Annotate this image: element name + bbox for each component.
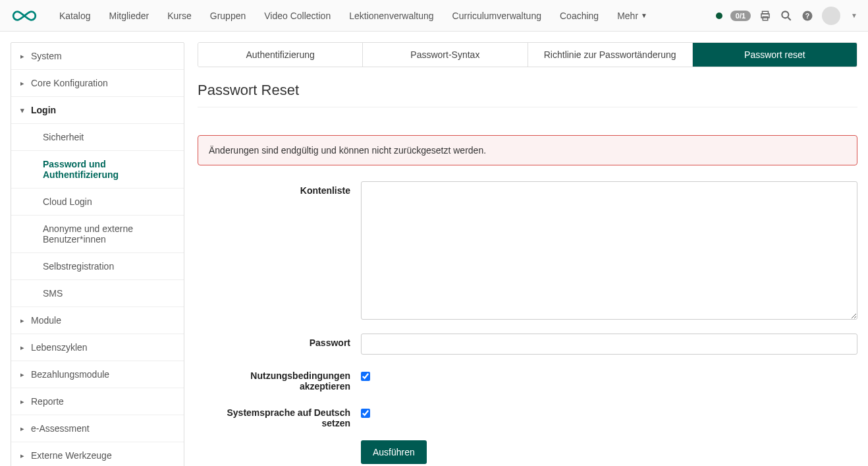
sidebar-item-label: System — [31, 51, 62, 61]
sidebar-item-externe-werkzeuge[interactable]: ▸Externe Werkzeuge — [11, 442, 184, 466]
accounts-textarea[interactable] — [361, 181, 857, 320]
password-input[interactable] — [361, 334, 857, 355]
sidebar-item-e-assessment[interactable]: ▸e-Assessment — [11, 415, 184, 442]
sidebar-item-label: Externe Werkzeuge — [31, 450, 112, 461]
form-control — [361, 403, 857, 420]
help-icon[interactable]: ? — [801, 9, 814, 22]
sidebar: ▸System ▸Core Konfiguration ▾Login Siche… — [11, 42, 184, 466]
label-lang: Systemsprache auf Deutsch setzen — [198, 403, 361, 428]
sidebar-item-label: Login — [31, 105, 56, 115]
sidebar-item-label: Password und Authentifizierung — [43, 159, 175, 180]
form-row-accounts: Kontenliste — [198, 181, 857, 322]
label-empty — [198, 440, 361, 444]
sidebar-item-lebenszyklen[interactable]: ▸Lebenszyklen — [11, 334, 184, 361]
nav-item-label: Mehr — [617, 11, 638, 21]
sidebar-item-reporte[interactable]: ▸Reporte — [11, 388, 184, 415]
terms-checkbox[interactable] — [361, 372, 370, 381]
tab-passwort-syntax[interactable]: Passwort-Syntax — [363, 43, 528, 67]
svg-text:?: ? — [805, 11, 809, 19]
sidebar-item-label: Core Konfiguration — [31, 78, 108, 88]
sidebar-item-label: Lebenszyklen — [31, 342, 88, 353]
sidebar-item-selbstregistration[interactable]: Selbstregistration — [11, 253, 184, 280]
form-control — [361, 334, 857, 355]
sidebar-item-cloud-login[interactable]: Cloud Login — [11, 189, 184, 216]
label-terms: Nutzungsbedingungen akzeptieren — [198, 366, 361, 392]
label-accounts: Kontenliste — [198, 181, 361, 196]
sidebar-item-sicherheit[interactable]: Sicherheit — [11, 124, 184, 151]
caret-right-icon: ▸ — [20, 79, 27, 88]
status-dot-icon[interactable] — [716, 13, 722, 19]
form-row-lang: Systemsprache auf Deutsch setzen — [198, 403, 857, 428]
form-control — [361, 366, 857, 383]
sidebar-item-core-konfiguration[interactable]: ▸Core Konfiguration — [11, 70, 184, 97]
nav-item-mitglieder[interactable]: Mitglieder — [99, 0, 158, 32]
main: Authentifizierung Passwort-Syntax Richtl… — [198, 42, 857, 466]
nav-item-coaching[interactable]: Coaching — [551, 0, 608, 32]
tab-authentifizierung[interactable]: Authentifizierung — [198, 43, 363, 67]
sidebar-item-sms[interactable]: SMS — [11, 280, 184, 307]
form-row-terms: Nutzungsbedingungen akzeptieren — [198, 366, 857, 392]
tab-richtlinie[interactable]: Richtlinie zur Passwortänderung — [528, 43, 693, 67]
sidebar-item-anonyme-externe[interactable]: Anonyme und externe Benutzer*innen — [11, 216, 184, 253]
caret-right-icon: ▸ — [20, 370, 27, 379]
form-control — [361, 181, 857, 322]
nav-item-lektionenverwaltung[interactable]: Lektionenverwaltung — [340, 0, 443, 32]
caret-right-icon: ▸ — [20, 424, 27, 433]
caret-right-icon: ▸ — [20, 343, 27, 352]
submit-button[interactable]: Ausführen — [361, 440, 427, 464]
chevron-down-icon: ▼ — [641, 12, 647, 19]
nav-item-katalog[interactable]: Katalog — [50, 0, 99, 32]
sidebar-item-label: Module — [31, 315, 61, 326]
sidebar-item-system[interactable]: ▸System — [11, 43, 184, 70]
sidebar-item-label: SMS — [43, 288, 63, 299]
svg-point-3 — [782, 11, 788, 18]
sidebar-item-label: Reporte — [31, 396, 64, 407]
logo-infinity-icon[interactable] — [11, 8, 38, 24]
sidebar-item-bezahlungsmodule[interactable]: ▸Bezahlungsmodule — [11, 361, 184, 388]
sidebar-item-label: Bezahlungsmodule — [31, 369, 109, 380]
nav-item-curriculumverwaltung[interactable]: Curriculumverwaltung — [443, 0, 551, 32]
nav-items: Katalog Mitglieder Kurse Gruppen Video C… — [50, 0, 716, 32]
form-row-submit: Ausführen — [198, 440, 857, 464]
caret-right-icon: ▸ — [20, 451, 27, 460]
svg-line-4 — [788, 17, 791, 20]
container: ▸System ▸Core Konfiguration ▾Login Siche… — [0, 32, 868, 466]
nav-item-mehr[interactable]: Mehr ▼ — [608, 0, 657, 32]
sidebar-item-label: Selbstregistration — [43, 261, 114, 272]
tab-passwort-reset[interactable]: Passwort reset — [693, 43, 857, 67]
caret-right-icon: ▸ — [20, 316, 27, 325]
caret-right-icon: ▸ — [20, 52, 27, 61]
form: Kontenliste Passwort Nutzungsbedingungen… — [198, 181, 857, 464]
nav-item-kurse[interactable]: Kurse — [158, 0, 201, 32]
avatar[interactable] — [822, 7, 840, 25]
nav-item-video-collection[interactable]: Video Collection — [255, 0, 340, 32]
alert-warning: Änderungen sind endgültig und können nic… — [198, 135, 857, 165]
label-password: Passwort — [198, 334, 361, 348]
sidebar-item-module[interactable]: ▸Module — [11, 307, 184, 334]
nav-item-gruppen[interactable]: Gruppen — [201, 0, 255, 32]
lang-checkbox[interactable] — [361, 409, 370, 418]
sidebar-item-label: Sicherheit — [43, 132, 84, 142]
sidebar-item-login[interactable]: ▾Login — [11, 97, 184, 124]
avatar-chevron-down-icon[interactable]: ▼ — [851, 12, 857, 19]
top-navbar: Katalog Mitglieder Kurse Gruppen Video C… — [0, 0, 868, 32]
sidebar-item-label: Anonyme und externe Benutzer*innen — [43, 223, 175, 245]
sidebar-item-label: e-Assessment — [31, 423, 90, 434]
search-icon[interactable] — [780, 9, 793, 22]
page-title: Passwort Reset — [198, 82, 857, 107]
form-control: Ausführen — [361, 440, 857, 464]
badge-count[interactable]: 0/1 — [730, 11, 751, 21]
tabs: Authentifizierung Passwort-Syntax Richtl… — [198, 42, 857, 67]
print-icon[interactable] — [759, 9, 772, 22]
caret-down-icon: ▾ — [20, 106, 27, 115]
sidebar-item-label: Cloud Login — [43, 196, 92, 207]
nav-right: 0/1 ? ▼ — [716, 7, 857, 25]
form-row-password: Passwort — [198, 334, 857, 355]
sidebar-item-password-authentifizierung[interactable]: Password und Authentifizierung — [11, 151, 184, 189]
caret-right-icon: ▸ — [20, 397, 27, 406]
